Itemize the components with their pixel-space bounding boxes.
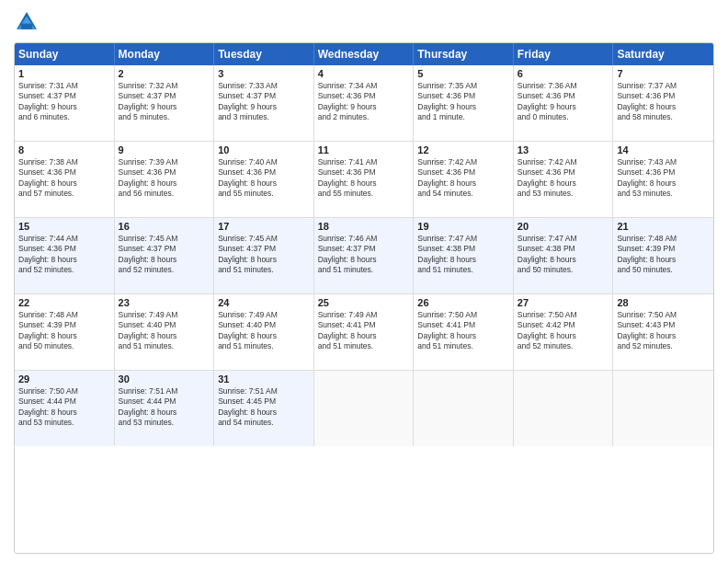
cell-line: Daylight: 8 hours bbox=[119, 255, 210, 265]
day-number: 30 bbox=[119, 373, 210, 385]
cell-line: Sunrise: 7:49 AM bbox=[318, 310, 410, 320]
day-number: 1 bbox=[18, 68, 110, 79]
calendar-cell: 31Sunrise: 7:51 AMSunset: 4:45 PMDayligh… bbox=[214, 371, 314, 446]
calendar-cell: 3Sunrise: 7:33 AMSunset: 4:37 PMDaylight… bbox=[214, 65, 314, 141]
cell-line: Daylight: 8 hours bbox=[318, 331, 410, 341]
cell-line: Sunset: 4:37 PM bbox=[18, 91, 110, 101]
cell-line: Daylight: 9 hours bbox=[18, 102, 110, 112]
cell-line: Daylight: 8 hours bbox=[119, 178, 210, 189]
cell-line: Daylight: 8 hours bbox=[18, 408, 110, 418]
calendar-cell: 21Sunrise: 7:48 AMSunset: 4:39 PMDayligh… bbox=[613, 218, 713, 293]
calendar-cell: 17Sunrise: 7:45 AMSunset: 4:37 PMDayligh… bbox=[214, 218, 314, 293]
cell-line: Sunset: 4:44 PM bbox=[18, 396, 110, 407]
cell-line: Sunset: 4:38 PM bbox=[518, 244, 609, 254]
col-header-sunday: Sunday bbox=[15, 43, 115, 65]
day-number: 16 bbox=[119, 221, 210, 232]
cell-line: Sunrise: 7:45 AM bbox=[119, 234, 210, 244]
cell-line: Daylight: 8 hours bbox=[218, 331, 310, 341]
cell-line: and 51 minutes. bbox=[318, 265, 410, 275]
calendar-cell: 1Sunrise: 7:31 AMSunset: 4:37 PMDaylight… bbox=[15, 65, 115, 141]
cell-line: Daylight: 8 hours bbox=[617, 178, 710, 189]
page: SundayMondayTuesdayWednesdayThursdayFrid… bbox=[0, 0, 728, 563]
cell-line: Sunset: 4:37 PM bbox=[218, 91, 310, 101]
cell-line: Sunset: 4:36 PM bbox=[417, 91, 509, 101]
cell-line: and 1 minute. bbox=[417, 112, 509, 122]
cell-line: Daylight: 8 hours bbox=[218, 178, 310, 189]
cell-line: and 53 minutes. bbox=[617, 189, 710, 199]
calendar-cell: 9Sunrise: 7:39 AMSunset: 4:36 PMDaylight… bbox=[115, 142, 215, 217]
col-header-wednesday: Wednesday bbox=[314, 43, 415, 65]
cell-line: Sunrise: 7:32 AM bbox=[119, 81, 210, 91]
cell-line: and 53 minutes. bbox=[518, 189, 609, 199]
day-number: 25 bbox=[318, 297, 410, 308]
cell-line: Sunset: 4:39 PM bbox=[18, 320, 110, 330]
calendar-cell: 8Sunrise: 7:38 AMSunset: 4:36 PMDaylight… bbox=[15, 142, 115, 217]
cell-line: Sunrise: 7:51 AM bbox=[218, 386, 310, 396]
cell-line: and 51 minutes. bbox=[417, 265, 509, 275]
cell-line: Sunrise: 7:35 AM bbox=[417, 81, 509, 91]
cell-line: Daylight: 9 hours bbox=[218, 102, 310, 112]
calendar-cell: 25Sunrise: 7:49 AMSunset: 4:41 PMDayligh… bbox=[314, 294, 415, 370]
cell-line: Daylight: 8 hours bbox=[518, 255, 609, 265]
cell-line: Sunset: 4:36 PM bbox=[518, 91, 609, 101]
cell-line: Daylight: 8 hours bbox=[218, 255, 310, 265]
cell-line: Daylight: 8 hours bbox=[119, 331, 210, 341]
cell-line: Daylight: 8 hours bbox=[617, 331, 710, 341]
day-number: 9 bbox=[119, 144, 210, 155]
calendar-cell: 4Sunrise: 7:34 AMSunset: 4:36 PMDaylight… bbox=[314, 65, 415, 141]
cell-line: Daylight: 9 hours bbox=[417, 102, 509, 112]
cell-line: Sunrise: 7:38 AM bbox=[18, 157, 110, 167]
day-number: 15 bbox=[18, 221, 110, 232]
calendar-cell: 10Sunrise: 7:40 AMSunset: 4:36 PMDayligh… bbox=[214, 142, 314, 217]
cell-line: and 55 minutes. bbox=[218, 189, 310, 199]
cell-line: Sunrise: 7:49 AM bbox=[119, 310, 210, 320]
cell-line: Sunset: 4:39 PM bbox=[617, 244, 710, 254]
cell-line: Sunrise: 7:41 AM bbox=[318, 157, 410, 167]
day-number: 7 bbox=[617, 68, 710, 79]
calendar-row: 8Sunrise: 7:38 AMSunset: 4:36 PMDaylight… bbox=[15, 142, 713, 218]
cell-line: Daylight: 8 hours bbox=[218, 408, 310, 418]
calendar-cell bbox=[314, 371, 415, 446]
calendar-cell: 13Sunrise: 7:42 AMSunset: 4:36 PMDayligh… bbox=[514, 142, 614, 217]
cell-line: Daylight: 8 hours bbox=[417, 255, 509, 265]
cell-line: Daylight: 9 hours bbox=[518, 102, 609, 112]
cell-line: Sunset: 4:41 PM bbox=[417, 320, 509, 330]
cell-line: and 2 minutes. bbox=[318, 112, 410, 122]
cell-line: Sunrise: 7:31 AM bbox=[18, 81, 110, 91]
calendar-cell: 22Sunrise: 7:48 AMSunset: 4:39 PMDayligh… bbox=[15, 294, 115, 370]
day-number: 10 bbox=[218, 144, 310, 155]
cell-line: and 51 minutes. bbox=[218, 341, 310, 351]
calendar-cell: 16Sunrise: 7:45 AMSunset: 4:37 PMDayligh… bbox=[115, 218, 215, 293]
calendar-row: 15Sunrise: 7:44 AMSunset: 4:36 PMDayligh… bbox=[15, 218, 713, 294]
cell-line: and 52 minutes. bbox=[119, 265, 210, 275]
calendar-cell: 6Sunrise: 7:36 AMSunset: 4:36 PMDaylight… bbox=[514, 65, 614, 141]
day-number: 27 bbox=[518, 297, 609, 308]
day-number: 26 bbox=[417, 297, 509, 308]
cell-line: Sunset: 4:36 PM bbox=[617, 91, 710, 101]
cell-line: Sunrise: 7:48 AM bbox=[18, 310, 110, 320]
calendar-row: 22Sunrise: 7:48 AMSunset: 4:39 PMDayligh… bbox=[15, 294, 713, 371]
calendar-cell: 30Sunrise: 7:51 AMSunset: 4:44 PMDayligh… bbox=[115, 371, 215, 446]
cell-line: and 50 minutes. bbox=[617, 265, 710, 275]
svg-rect-2 bbox=[21, 24, 32, 29]
cell-line: Daylight: 8 hours bbox=[18, 255, 110, 265]
calendar: SundayMondayTuesdayWednesdayThursdayFrid… bbox=[14, 42, 714, 554]
calendar-cell: 20Sunrise: 7:47 AMSunset: 4:38 PMDayligh… bbox=[514, 218, 614, 293]
cell-line: Sunrise: 7:36 AM bbox=[518, 81, 609, 91]
calendar-cell: 14Sunrise: 7:43 AMSunset: 4:36 PMDayligh… bbox=[613, 142, 713, 217]
day-number: 5 bbox=[417, 68, 509, 79]
cell-line: Sunrise: 7:34 AM bbox=[318, 81, 410, 91]
cell-line: Sunset: 4:36 PM bbox=[318, 167, 410, 178]
calendar-row: 29Sunrise: 7:50 AMSunset: 4:44 PMDayligh… bbox=[15, 371, 713, 446]
day-number: 2 bbox=[119, 68, 210, 79]
cell-line: Sunrise: 7:49 AM bbox=[218, 310, 310, 320]
day-number: 11 bbox=[318, 144, 410, 155]
cell-line: and 6 minutes. bbox=[18, 112, 110, 122]
cell-line: Sunset: 4:37 PM bbox=[218, 244, 310, 254]
cell-line: and 57 minutes. bbox=[18, 189, 110, 199]
cell-line: Sunrise: 7:37 AM bbox=[617, 81, 710, 91]
cell-line: Sunrise: 7:47 AM bbox=[417, 234, 509, 244]
calendar-cell: 19Sunrise: 7:47 AMSunset: 4:38 PMDayligh… bbox=[414, 218, 514, 293]
cell-line: Sunrise: 7:50 AM bbox=[18, 386, 110, 396]
cell-line: and 3 minutes. bbox=[218, 112, 310, 122]
